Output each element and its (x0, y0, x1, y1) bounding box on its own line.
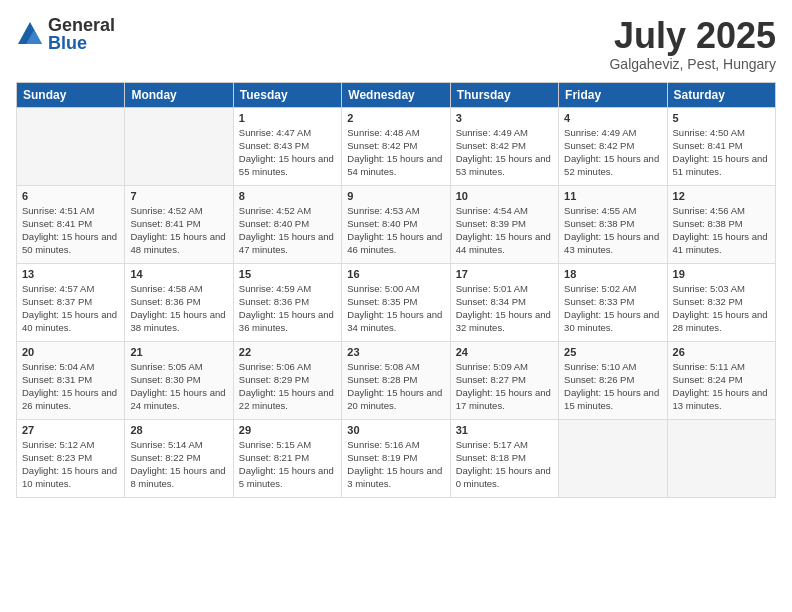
logo: General Blue (16, 16, 115, 52)
calendar-cell: 26Sunrise: 5:11 AMSunset: 8:24 PMDayligh… (667, 341, 775, 419)
calendar-cell: 30Sunrise: 5:16 AMSunset: 8:19 PMDayligh… (342, 419, 450, 497)
calendar-cell (559, 419, 667, 497)
cell-day-number: 15 (239, 268, 336, 280)
calendar-cell: 9Sunrise: 4:53 AMSunset: 8:40 PMDaylight… (342, 185, 450, 263)
cell-day-number: 29 (239, 424, 336, 436)
cell-info: Sunrise: 4:56 AMSunset: 8:38 PMDaylight:… (673, 204, 770, 257)
cell-day-number: 23 (347, 346, 444, 358)
location-text: Galgaheviz, Pest, Hungary (609, 56, 776, 72)
cell-info: Sunrise: 5:16 AMSunset: 8:19 PMDaylight:… (347, 438, 444, 491)
cell-info: Sunrise: 5:02 AMSunset: 8:33 PMDaylight:… (564, 282, 661, 335)
calendar-cell: 7Sunrise: 4:52 AMSunset: 8:41 PMDaylight… (125, 185, 233, 263)
cell-info: Sunrise: 5:01 AMSunset: 8:34 PMDaylight:… (456, 282, 553, 335)
logo-icon (16, 20, 44, 48)
calendar-cell: 5Sunrise: 4:50 AMSunset: 8:41 PMDaylight… (667, 107, 775, 185)
calendar-week-2: 6Sunrise: 4:51 AMSunset: 8:41 PMDaylight… (17, 185, 776, 263)
cell-day-number: 25 (564, 346, 661, 358)
calendar-cell: 14Sunrise: 4:58 AMSunset: 8:36 PMDayligh… (125, 263, 233, 341)
cell-day-number: 19 (673, 268, 770, 280)
cell-day-number: 10 (456, 190, 553, 202)
cell-day-number: 14 (130, 268, 227, 280)
calendar-page: General Blue July 2025 Galgaheviz, Pest,… (0, 0, 792, 612)
calendar-cell: 29Sunrise: 5:15 AMSunset: 8:21 PMDayligh… (233, 419, 341, 497)
cell-day-number: 12 (673, 190, 770, 202)
cell-info: Sunrise: 4:51 AMSunset: 8:41 PMDaylight:… (22, 204, 119, 257)
cell-day-number: 13 (22, 268, 119, 280)
cell-day-number: 4 (564, 112, 661, 124)
calendar-cell: 12Sunrise: 4:56 AMSunset: 8:38 PMDayligh… (667, 185, 775, 263)
cell-day-number: 27 (22, 424, 119, 436)
cell-info: Sunrise: 5:17 AMSunset: 8:18 PMDaylight:… (456, 438, 553, 491)
calendar-cell: 17Sunrise: 5:01 AMSunset: 8:34 PMDayligh… (450, 263, 558, 341)
header-tuesday: Tuesday (233, 82, 341, 107)
calendar-cell: 27Sunrise: 5:12 AMSunset: 8:23 PMDayligh… (17, 419, 125, 497)
logo-blue-text: Blue (48, 34, 115, 52)
cell-info: Sunrise: 5:05 AMSunset: 8:30 PMDaylight:… (130, 360, 227, 413)
calendar-table: Sunday Monday Tuesday Wednesday Thursday… (16, 82, 776, 498)
calendar-cell: 13Sunrise: 4:57 AMSunset: 8:37 PMDayligh… (17, 263, 125, 341)
calendar-week-4: 20Sunrise: 5:04 AMSunset: 8:31 PMDayligh… (17, 341, 776, 419)
calendar-cell: 28Sunrise: 5:14 AMSunset: 8:22 PMDayligh… (125, 419, 233, 497)
cell-day-number: 5 (673, 112, 770, 124)
header-sunday: Sunday (17, 82, 125, 107)
calendar-cell: 31Sunrise: 5:17 AMSunset: 8:18 PMDayligh… (450, 419, 558, 497)
calendar-week-5: 27Sunrise: 5:12 AMSunset: 8:23 PMDayligh… (17, 419, 776, 497)
calendar-cell: 22Sunrise: 5:06 AMSunset: 8:29 PMDayligh… (233, 341, 341, 419)
calendar-cell: 1Sunrise: 4:47 AMSunset: 8:43 PMDaylight… (233, 107, 341, 185)
cell-day-number: 3 (456, 112, 553, 124)
cell-day-number: 22 (239, 346, 336, 358)
calendar-cell: 24Sunrise: 5:09 AMSunset: 8:27 PMDayligh… (450, 341, 558, 419)
logo-general-text: General (48, 16, 115, 34)
cell-day-number: 1 (239, 112, 336, 124)
header: General Blue July 2025 Galgaheviz, Pest,… (16, 16, 776, 72)
calendar-cell: 19Sunrise: 5:03 AMSunset: 8:32 PMDayligh… (667, 263, 775, 341)
calendar-cell: 11Sunrise: 4:55 AMSunset: 8:38 PMDayligh… (559, 185, 667, 263)
calendar-cell: 8Sunrise: 4:52 AMSunset: 8:40 PMDaylight… (233, 185, 341, 263)
cell-info: Sunrise: 4:48 AMSunset: 8:42 PMDaylight:… (347, 126, 444, 179)
cell-info: Sunrise: 4:50 AMSunset: 8:41 PMDaylight:… (673, 126, 770, 179)
cell-info: Sunrise: 4:58 AMSunset: 8:36 PMDaylight:… (130, 282, 227, 335)
cell-info: Sunrise: 4:55 AMSunset: 8:38 PMDaylight:… (564, 204, 661, 257)
cell-day-number: 9 (347, 190, 444, 202)
cell-day-number: 21 (130, 346, 227, 358)
cell-day-number: 17 (456, 268, 553, 280)
calendar-cell: 21Sunrise: 5:05 AMSunset: 8:30 PMDayligh… (125, 341, 233, 419)
calendar-cell: 25Sunrise: 5:10 AMSunset: 8:26 PMDayligh… (559, 341, 667, 419)
cell-info: Sunrise: 4:52 AMSunset: 8:40 PMDaylight:… (239, 204, 336, 257)
cell-day-number: 28 (130, 424, 227, 436)
cell-day-number: 26 (673, 346, 770, 358)
cell-day-number: 16 (347, 268, 444, 280)
cell-info: Sunrise: 4:49 AMSunset: 8:42 PMDaylight:… (564, 126, 661, 179)
calendar-cell: 4Sunrise: 4:49 AMSunset: 8:42 PMDaylight… (559, 107, 667, 185)
cell-info: Sunrise: 5:06 AMSunset: 8:29 PMDaylight:… (239, 360, 336, 413)
cell-day-number: 2 (347, 112, 444, 124)
cell-info: Sunrise: 5:12 AMSunset: 8:23 PMDaylight:… (22, 438, 119, 491)
calendar-cell: 23Sunrise: 5:08 AMSunset: 8:28 PMDayligh… (342, 341, 450, 419)
calendar-cell: 2Sunrise: 4:48 AMSunset: 8:42 PMDaylight… (342, 107, 450, 185)
cell-day-number: 31 (456, 424, 553, 436)
title-area: July 2025 Galgaheviz, Pest, Hungary (609, 16, 776, 72)
header-friday: Friday (559, 82, 667, 107)
cell-day-number: 18 (564, 268, 661, 280)
header-wednesday: Wednesday (342, 82, 450, 107)
cell-day-number: 24 (456, 346, 553, 358)
cell-info: Sunrise: 4:57 AMSunset: 8:37 PMDaylight:… (22, 282, 119, 335)
calendar-week-1: 1Sunrise: 4:47 AMSunset: 8:43 PMDaylight… (17, 107, 776, 185)
calendar-cell: 18Sunrise: 5:02 AMSunset: 8:33 PMDayligh… (559, 263, 667, 341)
cell-day-number: 8 (239, 190, 336, 202)
cell-day-number: 6 (22, 190, 119, 202)
cell-info: Sunrise: 4:59 AMSunset: 8:36 PMDaylight:… (239, 282, 336, 335)
cell-info: Sunrise: 4:49 AMSunset: 8:42 PMDaylight:… (456, 126, 553, 179)
cell-day-number: 30 (347, 424, 444, 436)
calendar-cell: 6Sunrise: 4:51 AMSunset: 8:41 PMDaylight… (17, 185, 125, 263)
calendar-cell: 10Sunrise: 4:54 AMSunset: 8:39 PMDayligh… (450, 185, 558, 263)
calendar-cell (17, 107, 125, 185)
cell-info: Sunrise: 4:54 AMSunset: 8:39 PMDaylight:… (456, 204, 553, 257)
calendar-week-3: 13Sunrise: 4:57 AMSunset: 8:37 PMDayligh… (17, 263, 776, 341)
header-monday: Monday (125, 82, 233, 107)
calendar-cell: 16Sunrise: 5:00 AMSunset: 8:35 PMDayligh… (342, 263, 450, 341)
calendar-cell: 3Sunrise: 4:49 AMSunset: 8:42 PMDaylight… (450, 107, 558, 185)
month-title: July 2025 (609, 16, 776, 56)
cell-info: Sunrise: 5:15 AMSunset: 8:21 PMDaylight:… (239, 438, 336, 491)
cell-info: Sunrise: 4:47 AMSunset: 8:43 PMDaylight:… (239, 126, 336, 179)
